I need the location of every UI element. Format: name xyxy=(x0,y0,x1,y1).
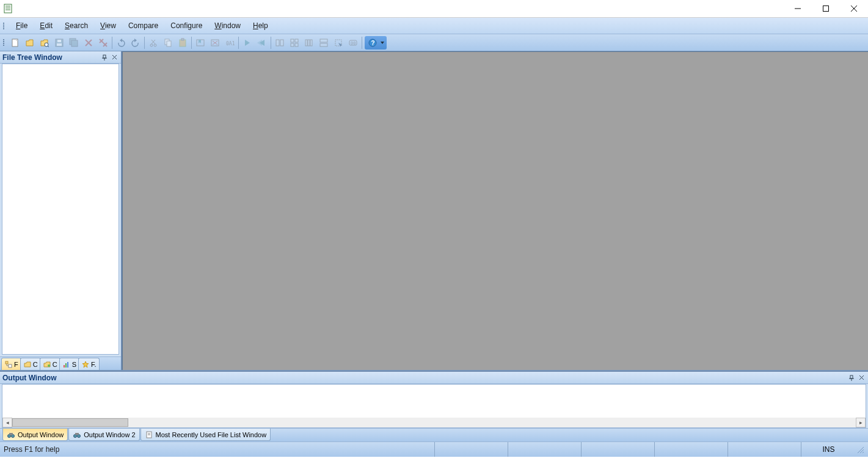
file-tree-panel: File Tree Window F C C S xyxy=(0,51,122,370)
menu-edit[interactable]: Edit xyxy=(34,20,59,32)
file-tree-header: File Tree Window xyxy=(0,51,121,64)
output-title: Output Window xyxy=(2,374,846,382)
status-section-4 xyxy=(654,442,728,457)
scroll-track[interactable] xyxy=(12,418,856,427)
nav-back-button[interactable] xyxy=(255,36,269,50)
menu-view[interactable]: View xyxy=(94,20,122,32)
close-file-button[interactable] xyxy=(82,36,95,50)
tree-file-icon xyxy=(4,360,13,369)
svg-point-80 xyxy=(12,434,15,437)
menu-help[interactable]: Help xyxy=(247,20,274,32)
svg-rect-52 xyxy=(320,43,327,46)
close-button[interactable] xyxy=(840,0,868,18)
clear-bookmarks-button[interactable] xyxy=(208,36,222,50)
help-dropdown[interactable] xyxy=(379,40,385,45)
scroll-left-arrow[interactable]: ◂ xyxy=(2,418,12,427)
maximize-button[interactable] xyxy=(812,0,840,18)
side-tab-f[interactable]: F. xyxy=(78,358,100,370)
new-file-button[interactable] xyxy=(9,36,22,50)
pin-icon[interactable] xyxy=(847,374,856,382)
horizontal-scrollbar[interactable]: ◂ ▸ xyxy=(2,418,866,427)
minimize-button[interactable] xyxy=(784,0,812,18)
output-tab-2[interactable]: Output Window 2 xyxy=(68,429,139,441)
menubar-grip[interactable] xyxy=(2,20,6,31)
menu-window[interactable]: Window xyxy=(208,20,247,32)
svg-rect-60 xyxy=(103,55,106,58)
side-tab-label: F xyxy=(14,361,18,368)
svg-rect-81 xyxy=(9,433,13,435)
side-tab-filetree[interactable]: F xyxy=(1,358,21,370)
svg-rect-16 xyxy=(71,40,78,46)
menu-search[interactable]: Search xyxy=(59,20,94,32)
titlebar xyxy=(0,0,868,18)
svg-rect-0 xyxy=(4,4,12,13)
status-section-2 xyxy=(508,442,581,457)
undo-button[interactable] xyxy=(114,36,128,50)
svg-point-82 xyxy=(74,434,77,437)
bar-chart-icon xyxy=(62,360,71,369)
menubar: File Edit Search View Compare Configure … xyxy=(0,18,868,34)
side-tab-label: F. xyxy=(91,361,97,368)
save-button[interactable] xyxy=(53,36,66,50)
scroll-thumb[interactable] xyxy=(12,418,128,427)
redo-button[interactable] xyxy=(129,36,142,50)
compare-split-button[interactable] xyxy=(273,36,286,50)
svg-point-69 xyxy=(48,364,50,367)
svg-marker-59 xyxy=(381,42,384,44)
open-file-button[interactable] xyxy=(23,36,37,50)
help-button[interactable]: ? xyxy=(366,36,379,50)
side-tab-s[interactable]: S xyxy=(59,358,79,370)
svg-marker-73 xyxy=(82,361,89,368)
copy-button[interactable] xyxy=(161,36,175,50)
tool-hex-button[interactable]: 00 xyxy=(346,36,360,50)
toolbar-grip[interactable] xyxy=(2,37,6,48)
save-all-button[interactable] xyxy=(67,36,81,50)
svg-line-11 xyxy=(48,46,49,47)
svg-text:00: 00 xyxy=(351,41,356,46)
menu-configure[interactable]: Configure xyxy=(164,20,208,32)
svg-rect-47 xyxy=(295,43,298,46)
open-folder-button[interactable] xyxy=(38,36,51,50)
compare-grid-button[interactable] xyxy=(288,36,301,50)
menu-file[interactable]: File xyxy=(10,20,34,32)
close-icon[interactable] xyxy=(857,374,866,382)
output-tab-mru[interactable]: Most Recently Used File List Window xyxy=(140,429,271,441)
svg-rect-51 xyxy=(320,39,327,42)
tool-select-button[interactable] xyxy=(332,36,345,50)
svg-marker-39 xyxy=(245,40,250,46)
output-tab-1[interactable]: Output Window xyxy=(2,429,68,441)
paste-button[interactable] xyxy=(176,36,189,50)
resize-grip-icon[interactable] xyxy=(856,445,864,454)
svg-marker-23 xyxy=(120,39,122,42)
nav-forward-button[interactable] xyxy=(241,36,254,50)
close-icon[interactable] xyxy=(110,53,119,62)
menu-compare[interactable]: Compare xyxy=(122,20,164,32)
toolbar: 0A10 00 ? xyxy=(0,34,868,51)
side-tab-c1[interactable]: C xyxy=(20,358,41,370)
output-tab-label: Most Recently Used File List Window xyxy=(156,431,267,438)
folder-icon xyxy=(23,360,32,369)
pin-icon[interactable] xyxy=(100,53,109,62)
svg-rect-66 xyxy=(9,364,12,368)
file-tree-body[interactable] xyxy=(2,64,119,355)
status-section-1 xyxy=(434,442,508,457)
output-tabs: Output Window Output Window 2 Most Recen… xyxy=(0,428,868,441)
compare-rows-button[interactable] xyxy=(317,36,330,50)
svg-rect-30 xyxy=(167,41,171,46)
side-tab-c2[interactable]: C xyxy=(40,358,60,370)
svg-rect-13 xyxy=(57,40,61,42)
scroll-right-arrow[interactable]: ▸ xyxy=(856,418,866,427)
svg-rect-50 xyxy=(310,40,312,46)
svg-rect-31 xyxy=(180,40,186,46)
close-all-button[interactable] xyxy=(97,36,110,50)
output-body[interactable]: ◂ ▸ xyxy=(2,384,866,428)
svg-rect-5 xyxy=(823,6,829,12)
svg-marker-24 xyxy=(134,39,137,42)
compare-three-button[interactable] xyxy=(302,36,316,50)
cut-button[interactable] xyxy=(147,36,160,50)
svg-rect-14 xyxy=(57,43,62,46)
toggle-bookmark-button[interactable] xyxy=(194,36,207,50)
binary-mode-button[interactable]: 0A10 xyxy=(223,36,236,50)
output-header: Output Window xyxy=(0,372,868,384)
workspace: File Tree Window F C C S xyxy=(0,51,868,371)
